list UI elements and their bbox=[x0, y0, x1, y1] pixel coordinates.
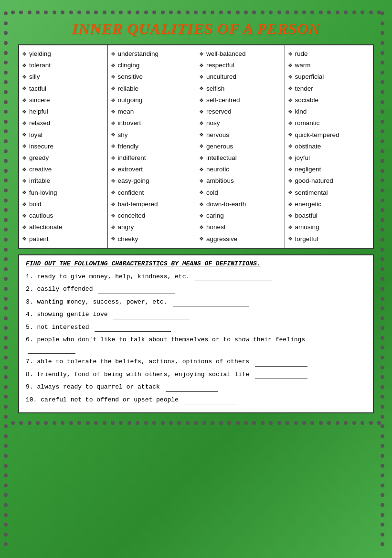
word-item: ❖forgetful bbox=[287, 233, 371, 245]
answer-blank[interactable] bbox=[28, 347, 75, 354]
word-item: ❖yielding bbox=[21, 48, 106, 60]
word-item: ❖sentimental bbox=[287, 187, 371, 199]
word-text: uncultured bbox=[206, 73, 236, 81]
exercise-number: 7. bbox=[26, 358, 33, 365]
diamond-icon: ❖ bbox=[288, 120, 293, 127]
dot-border-bottom bbox=[9, 419, 383, 427]
answer-blank[interactable] bbox=[184, 398, 237, 404]
diamond-icon: ❖ bbox=[288, 108, 293, 116]
word-item: ❖down-to-earth bbox=[198, 199, 283, 210]
exercise-number: 10. bbox=[26, 396, 37, 403]
word-text: relaxed bbox=[29, 119, 50, 127]
word-text: warm bbox=[295, 61, 311, 70]
exercise-text: friendly, fond of being with others, enj… bbox=[37, 371, 249, 378]
answer-blank[interactable] bbox=[255, 372, 307, 379]
exercise-item: 8. friendly, fond of being with others, … bbox=[26, 370, 366, 379]
word-item: ❖conceited bbox=[110, 210, 194, 221]
diamond-icon: ❖ bbox=[288, 178, 293, 185]
word-item: ❖outgoing bbox=[110, 95, 194, 106]
word-item: ❖creative bbox=[21, 164, 106, 175]
word-item: ❖self-centred bbox=[198, 95, 283, 106]
exercise-number: 5. bbox=[26, 324, 33, 331]
diamond-icon: ❖ bbox=[199, 212, 204, 220]
word-text: well-balanced bbox=[206, 50, 246, 58]
word-text: patient bbox=[29, 235, 49, 243]
exercise-item: 3. wanting money, success, power, etc. bbox=[26, 297, 366, 307]
word-item: ❖boastful bbox=[287, 210, 371, 221]
word-text: affectionate bbox=[29, 223, 63, 232]
answer-blank[interactable] bbox=[113, 313, 190, 319]
answer-blank[interactable] bbox=[98, 287, 175, 294]
word-column-4: ❖rude❖warm❖superficial❖tender❖sociable❖k… bbox=[285, 45, 373, 248]
exercise-text: wanting money, success, power, etc. bbox=[37, 298, 167, 305]
exercise-text: ready to give money, help, kindness, etc… bbox=[37, 273, 190, 280]
diamond-icon: ❖ bbox=[199, 120, 204, 127]
word-item: ❖sociable bbox=[287, 95, 371, 106]
word-text: amusing bbox=[295, 223, 319, 232]
word-item: ❖nervous bbox=[198, 129, 283, 141]
word-item: ❖reliable bbox=[110, 83, 194, 95]
diamond-icon: ❖ bbox=[199, 51, 204, 58]
word-text: reliable bbox=[118, 84, 139, 93]
diamond-icon: ❖ bbox=[22, 212, 27, 220]
word-item: ❖aggressive bbox=[198, 233, 283, 245]
exercise-number: 2. bbox=[26, 285, 33, 293]
word-text: quick-tempered bbox=[295, 131, 339, 139]
word-item: ❖good-natured bbox=[287, 175, 371, 187]
diamond-icon: ❖ bbox=[111, 62, 116, 69]
answer-blank[interactable] bbox=[173, 300, 249, 306]
word-item: ❖bad-tempered bbox=[110, 199, 194, 210]
diamond-icon: ❖ bbox=[288, 62, 293, 69]
diamond-icon: ❖ bbox=[111, 120, 116, 127]
exercise-title: FIND OUT THE FOLLOWING CHARACTERISTICS B… bbox=[26, 260, 366, 267]
diamond-icon: ❖ bbox=[22, 85, 27, 92]
word-item: ❖uncultured bbox=[198, 71, 283, 83]
diamond-icon: ❖ bbox=[22, 74, 27, 81]
word-text: tolerant bbox=[29, 61, 51, 70]
word-item: ❖quick-tempered bbox=[287, 129, 371, 141]
word-item: ❖easy-going bbox=[110, 175, 194, 187]
word-item: ❖superficial bbox=[287, 71, 371, 83]
word-item: ❖nosy bbox=[198, 117, 283, 129]
diamond-icon: ❖ bbox=[288, 155, 293, 162]
diamond-icon: ❖ bbox=[111, 212, 116, 220]
word-text: insecure bbox=[29, 142, 53, 151]
word-item: ❖cheeky bbox=[110, 233, 194, 245]
word-column-2: ❖understanding❖clinging❖sensitive❖reliab… bbox=[108, 45, 197, 248]
word-item: ❖silly bbox=[21, 71, 106, 83]
word-text: nosy bbox=[206, 119, 220, 127]
diamond-icon: ❖ bbox=[288, 235, 293, 242]
word-item: ❖relaxed bbox=[21, 117, 106, 129]
exercise-text: showing gentle love bbox=[37, 311, 107, 318]
diamond-icon: ❖ bbox=[111, 97, 116, 104]
word-text: kind bbox=[295, 107, 307, 116]
word-column-3: ❖well-balanced❖respectful❖uncultured❖sel… bbox=[196, 45, 285, 248]
diamond-icon: ❖ bbox=[111, 166, 116, 173]
word-text: ambitious bbox=[206, 177, 234, 185]
word-grid: ❖yielding❖tolerant❖silly❖tactful❖sincere… bbox=[18, 44, 374, 249]
page-title: INNER QUALITIES OF A PERSON bbox=[18, 20, 374, 38]
diamond-icon: ❖ bbox=[199, 62, 204, 69]
diamond-icon: ❖ bbox=[288, 143, 293, 150]
word-text: sentimental bbox=[295, 189, 328, 197]
word-text: aggressive bbox=[206, 235, 237, 243]
diamond-icon: ❖ bbox=[199, 224, 204, 231]
word-text: mean bbox=[118, 107, 134, 116]
word-text: sincere bbox=[29, 96, 50, 105]
word-text: extrovert bbox=[118, 165, 143, 174]
word-item: ❖cautious bbox=[21, 210, 106, 221]
exercise-number: 1. bbox=[26, 273, 33, 280]
word-text: cautious bbox=[29, 211, 53, 220]
exercise-number: 9. bbox=[26, 383, 33, 390]
answer-blank[interactable] bbox=[195, 274, 272, 281]
word-text: greedy bbox=[29, 154, 49, 162]
answer-blank[interactable] bbox=[95, 325, 171, 332]
answer-blank[interactable] bbox=[255, 360, 307, 367]
word-text: yielding bbox=[29, 50, 51, 58]
word-text: understanding bbox=[118, 50, 159, 58]
word-text: caring bbox=[206, 211, 224, 220]
answer-blank[interactable] bbox=[166, 385, 218, 392]
dot-border-top bbox=[9, 9, 383, 16]
word-text: forgetful bbox=[295, 235, 318, 243]
word-item: ❖irritable bbox=[21, 175, 106, 187]
